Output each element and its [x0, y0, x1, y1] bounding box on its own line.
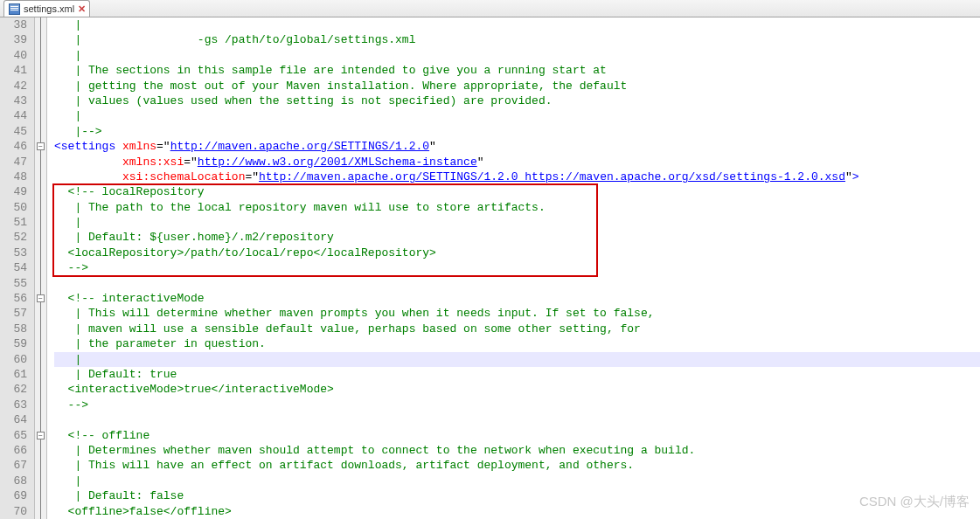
line-number: 41: [0, 63, 27, 78]
code-line[interactable]: <!-- offline: [54, 428, 980, 443]
code-line[interactable]: | This will have an effect on artifact d…: [54, 458, 980, 473]
fold-toggle-icon[interactable]: −: [37, 432, 45, 439]
line-number: 42: [0, 79, 27, 93]
code-line[interactable]: -->: [54, 398, 980, 412]
line-number: 52: [0, 230, 27, 245]
line-number: 38: [0, 17, 27, 32]
code-line[interactable]: <!-- interactiveMode: [54, 291, 980, 306]
line-number: 54: [0, 260, 27, 275]
code-line[interactable]: |: [54, 215, 980, 230]
code-line[interactable]: [54, 276, 980, 291]
line-number: 47: [0, 155, 27, 170]
code-line[interactable]: | values (values used when the setting i…: [54, 93, 980, 108]
code-line[interactable]: | getting the most out of your Maven ins…: [54, 79, 980, 93]
code-line[interactable]: xmlns:xsi="http://www.w3.org/2001/XMLSch…: [54, 155, 980, 170]
code-line[interactable]: |: [54, 108, 980, 123]
code-line[interactable]: | -gs /path/to/global/settings.xml: [54, 32, 980, 47]
code-line[interactable]: | maven will use a sensible default valu…: [54, 322, 980, 336]
code-line[interactable]: | The sections in this sample file are i…: [54, 63, 980, 78]
line-number: 68: [0, 474, 27, 488]
fold-guide-line: [40, 17, 41, 519]
code-line[interactable]: | Default: ${user.home}/.m2/repository: [54, 230, 980, 245]
line-number: 56: [0, 291, 27, 306]
file-icon: [9, 3, 20, 15]
code-line[interactable]: |: [54, 474, 980, 488]
editor[interactable]: 3839404142434445464748495051525354555657…: [0, 17, 980, 519]
file-tab[interactable]: settings.xml ✕: [3, 0, 90, 17]
line-number: 45: [0, 124, 27, 139]
line-number: 55: [0, 276, 27, 291]
line-number: 49: [0, 184, 27, 199]
code-line[interactable]: | Default: true: [54, 367, 980, 382]
code-line[interactable]: |: [54, 48, 980, 63]
code-line[interactable]: | The path to the local repository maven…: [54, 200, 980, 215]
code-line[interactable]: [54, 412, 980, 427]
line-number: 67: [0, 458, 27, 473]
fold-column[interactable]: −−−: [35, 17, 47, 519]
tab-filename: settings.xml: [24, 3, 74, 14]
line-number: 65: [0, 428, 27, 443]
code-line[interactable]: -->: [54, 260, 980, 275]
code-line[interactable]: | Default: false: [54, 488, 980, 503]
line-number: 48: [0, 170, 27, 184]
code-area[interactable]: | | -gs /path/to/global/settings.xml | |…: [47, 17, 980, 519]
code-line[interactable]: xsi:schemaLocation="http://maven.apache.…: [54, 170, 980, 184]
close-icon[interactable]: ✕: [78, 3, 86, 15]
line-number: 60: [0, 352, 27, 367]
fold-toggle-icon[interactable]: −: [37, 142, 45, 150]
line-number: 66: [0, 443, 27, 458]
code-line[interactable]: <localRepository>/path/to/local/repo</lo…: [54, 246, 980, 260]
code-line[interactable]: |: [54, 17, 980, 32]
code-line[interactable]: <settings xmlns="http://maven.apache.org…: [54, 139, 980, 154]
line-number: 44: [0, 108, 27, 123]
code-line[interactable]: |-->: [54, 124, 980, 139]
line-number: 50: [0, 200, 27, 215]
fold-toggle-icon[interactable]: −: [37, 294, 45, 302]
code-line[interactable]: <offline>false</offline>: [54, 504, 980, 519]
line-number: 40: [0, 48, 27, 63]
line-number: 59: [0, 336, 27, 351]
line-number-gutter: 3839404142434445464748495051525354555657…: [0, 17, 35, 519]
line-number: 51: [0, 215, 27, 230]
line-number: 57: [0, 306, 27, 321]
code-line[interactable]: <!-- localRepository: [54, 184, 980, 199]
code-line[interactable]: | This will determine whether maven prom…: [54, 306, 980, 321]
code-line[interactable]: | Determines whether maven should attemp…: [54, 443, 980, 458]
code-line[interactable]: |: [54, 352, 980, 367]
current-line-highlight: [54, 352, 980, 367]
code-line[interactable]: | the parameter in question.: [54, 336, 980, 351]
line-number: 39: [0, 32, 27, 47]
line-number: 70: [0, 504, 27, 519]
line-number: 58: [0, 322, 27, 336]
line-number: 64: [0, 412, 27, 427]
line-number: 61: [0, 367, 27, 382]
code-line[interactable]: <interactiveMode>true</interactiveMode>: [54, 382, 980, 397]
line-number: 53: [0, 246, 27, 260]
line-number: 43: [0, 93, 27, 108]
line-number: 63: [0, 398, 27, 412]
line-number: 46: [0, 139, 27, 154]
line-number: 69: [0, 488, 27, 503]
line-number: 62: [0, 382, 27, 397]
tab-bar: settings.xml ✕: [0, 0, 980, 17]
